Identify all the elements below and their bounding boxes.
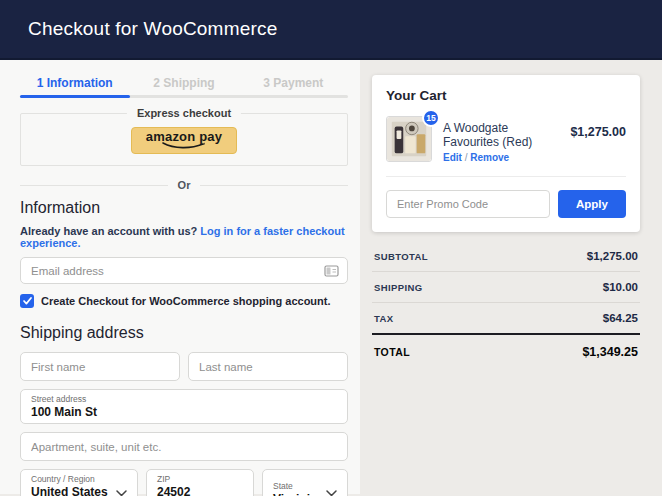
name-row bbox=[20, 342, 348, 381]
street-address-label: Street address bbox=[31, 394, 337, 404]
create-account-row[interactable]: Create Checkout for WooCommerce shopping… bbox=[20, 294, 348, 308]
chevron-down-icon bbox=[116, 490, 127, 496]
subtotal-value: $1,275.00 bbox=[587, 250, 638, 262]
step-information[interactable]: 1 Information bbox=[20, 70, 129, 95]
amazon-smile-icon bbox=[161, 142, 207, 149]
information-heading: Information bbox=[20, 199, 348, 217]
or-divider: Or bbox=[20, 179, 348, 191]
apartment-field[interactable] bbox=[31, 441, 337, 453]
shipping-label: SHIPPING bbox=[374, 282, 423, 293]
checkout-steps: 1 Information 2 Shipping 3 Payment bbox=[20, 70, 348, 95]
shipping-value: $10.00 bbox=[603, 281, 638, 293]
steps-progress-active bbox=[20, 95, 130, 98]
product-links: Edit / Remove bbox=[443, 152, 559, 163]
last-name-field[interactable] bbox=[199, 361, 337, 373]
street-address-value: 100 Main St bbox=[31, 405, 337, 419]
account-prompt-text: Already have an account with us? bbox=[20, 225, 197, 237]
create-account-checkbox[interactable] bbox=[20, 294, 34, 308]
state-select[interactable]: State Virginia bbox=[262, 469, 348, 496]
steps-progress-track bbox=[20, 95, 348, 98]
first-name-field[interactable] bbox=[31, 361, 169, 373]
shipping-row: SHIPPING $10.00 bbox=[372, 272, 640, 303]
apartment-wrap bbox=[20, 432, 348, 461]
step-shipping[interactable]: 2 Shipping bbox=[129, 70, 238, 95]
state-label: State bbox=[273, 481, 317, 491]
edit-link[interactable]: Edit bbox=[443, 152, 462, 163]
express-checkout-box: Express checkout amazon pay bbox=[20, 113, 348, 166]
product-price: $1,275.00 bbox=[570, 116, 626, 163]
email-field-wrap bbox=[20, 257, 348, 284]
chevron-down-icon bbox=[326, 490, 337, 496]
main-layout: 1 Information 2 Shipping 3 Payment Expre… bbox=[0, 60, 662, 494]
promo-code-input[interactable] bbox=[386, 190, 550, 218]
subtotal-label: SUBTOTAL bbox=[374, 251, 428, 262]
country-label: Country / Region bbox=[31, 474, 112, 484]
apply-promo-button[interactable]: Apply bbox=[558, 190, 626, 218]
product-name: A Woodgate Favourites (Red) bbox=[443, 121, 559, 149]
account-prompt-line: Already have an account with us? Log in … bbox=[20, 225, 348, 249]
create-account-label: Create Checkout for WooCommerce shopping… bbox=[41, 295, 331, 307]
total-value: $1,349.25 bbox=[582, 345, 638, 359]
zip-field[interactable]: ZIP 24502 bbox=[146, 469, 254, 496]
tax-label: TAX bbox=[374, 313, 394, 324]
order-summary-panel: Your Cart 15 A Wood bbox=[360, 60, 662, 494]
or-text: Or bbox=[178, 179, 191, 191]
total-row: TOTAL $1,349.25 bbox=[372, 335, 640, 368]
total-label: TOTAL bbox=[374, 346, 410, 358]
step-payment[interactable]: 3 Payment bbox=[239, 70, 348, 95]
amazon-pay-button[interactable]: amazon pay bbox=[131, 127, 237, 154]
subtotal-row: SUBTOTAL $1,275.00 bbox=[372, 241, 640, 272]
cart-item-row: 15 A Woodgate Favourites (Red) Edit / Re… bbox=[386, 116, 626, 163]
state-value: Virginia bbox=[273, 492, 317, 496]
product-info: A Woodgate Favourites (Red) Edit / Remov… bbox=[443, 116, 559, 163]
totals-section: SUBTOTAL $1,275.00 SHIPPING $10.00 TAX $… bbox=[372, 241, 640, 368]
email-field[interactable] bbox=[31, 265, 337, 277]
promo-row: Apply bbox=[386, 190, 626, 218]
cart-heading: Your Cart bbox=[386, 88, 626, 103]
zip-label: ZIP bbox=[157, 474, 243, 484]
page-title: Checkout for WooCommerce bbox=[28, 18, 277, 40]
tax-value: $64.25 bbox=[603, 312, 638, 324]
shipping-heading: Shipping address bbox=[20, 324, 348, 342]
quantity-badge: 15 bbox=[422, 109, 440, 127]
tax-row: TAX $64.25 bbox=[372, 303, 640, 335]
checkmark-icon bbox=[23, 297, 32, 305]
card-divider bbox=[386, 176, 626, 177]
first-name-wrap bbox=[20, 352, 180, 381]
express-checkout-label: Express checkout bbox=[127, 107, 241, 119]
cart-card: Your Cart 15 A Wood bbox=[372, 75, 640, 232]
remove-link[interactable]: Remove bbox=[470, 152, 509, 163]
zip-value: 24502 bbox=[157, 485, 243, 496]
checkout-form-panel: 1 Information 2 Shipping 3 Payment Expre… bbox=[0, 60, 360, 494]
product-thumbnail-wrap: 15 bbox=[386, 116, 432, 162]
country-select[interactable]: Country / Region United States (US) bbox=[20, 469, 138, 496]
country-value: United States (US) bbox=[31, 485, 112, 496]
street-address-field[interactable]: Street address 100 Main St bbox=[20, 389, 348, 424]
autofill-contact-icon[interactable] bbox=[324, 265, 339, 277]
last-name-wrap bbox=[188, 352, 348, 381]
app-header: Checkout for WooCommerce bbox=[0, 0, 662, 60]
region-row: Country / Region United States (US) ZIP … bbox=[20, 461, 348, 496]
